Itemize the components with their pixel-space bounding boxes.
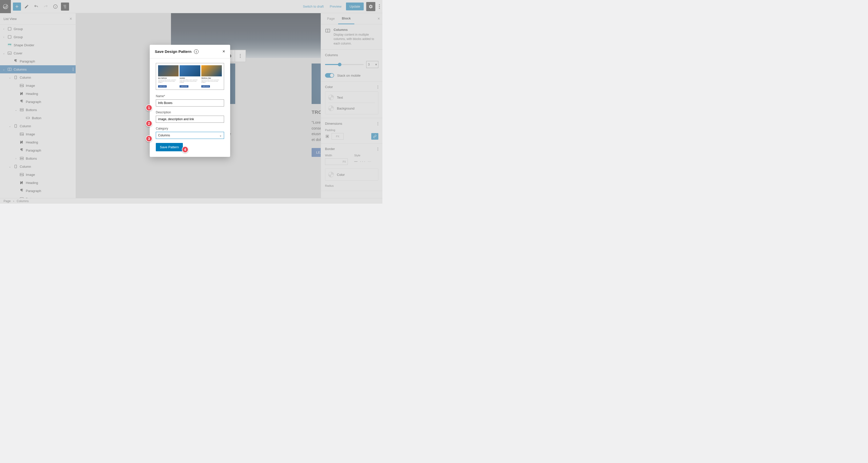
name-label: Name* [156, 94, 224, 98]
chevron-down-icon: ⌄ [219, 133, 222, 137]
callout-2: 2 [146, 120, 152, 127]
pattern-name-input[interactable] [156, 99, 224, 106]
info-icon[interactable]: i [194, 49, 198, 54]
pattern-category-select[interactable]: Columns⌄ [156, 132, 224, 139]
description-label: Description [156, 111, 224, 114]
callout-4: 4 [182, 146, 188, 153]
callout-1: 1 [146, 104, 152, 111]
pattern-preview: SEA TURTLESLorem ipsum dolor sit amet, c… [156, 63, 224, 90]
save-pattern-modal: Save Design Pattern i × SEA TURTLESLorem… [150, 45, 230, 157]
modal-title: Save Design Pattern [155, 49, 191, 54]
category-label: Category [156, 127, 224, 130]
callout-3: 3 [146, 135, 152, 142]
save-pattern-button[interactable]: Save Pattern [156, 143, 183, 151]
close-modal-icon[interactable]: × [222, 49, 225, 54]
pattern-description-input[interactable] [156, 116, 224, 123]
